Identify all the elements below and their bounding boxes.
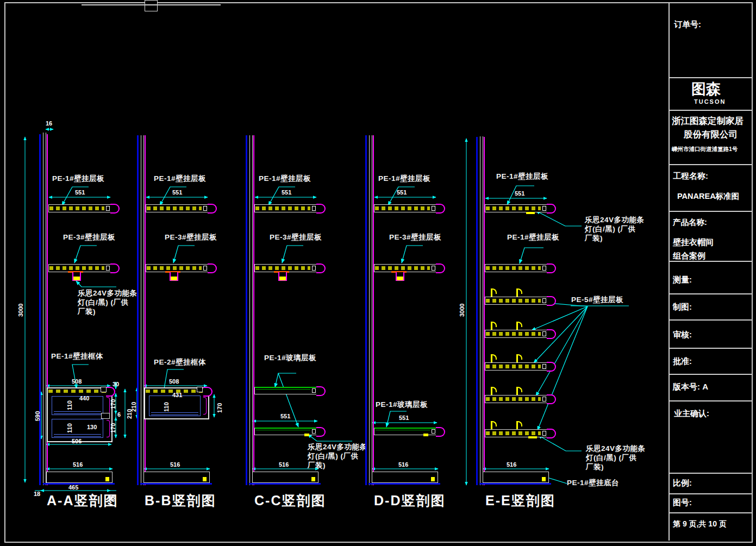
product-name-line1: 壁挂衣帽间 [673, 237, 714, 248]
cabinet-detail [101, 413, 110, 419]
section-c-title: C-C竖剖图 [254, 492, 326, 510]
cad-drawing-sheet: PE-1#壁挂层板 551 PE-3#壁挂层板 乐思24V多功能条 灯(白/黑)… [0, 0, 756, 546]
hook-shelf [485, 297, 548, 305]
dim-516: 516 [398, 461, 408, 468]
wall-panel [369, 135, 372, 485]
plinth-detail [311, 477, 315, 481]
label-pe3-shelf: PE-3#壁挂层板 [63, 233, 115, 242]
base-plinth [372, 476, 438, 483]
label-light-line3: 厂装) [586, 462, 604, 472]
label-pe1-glass: PE-1#玻璃层板 [264, 353, 316, 363]
title-block-divider [668, 374, 752, 375]
label-pe1-glass: PE-1#玻璃层板 [376, 400, 428, 410]
floor-line [368, 483, 440, 485]
base-plinth [143, 476, 210, 483]
dim-508: 508 [72, 378, 82, 385]
cabinet-detail [101, 387, 107, 392]
floor-line [43, 483, 115, 485]
label-pe2-frame: PE-2#壁挂框体 [154, 357, 206, 367]
product-name-line2: 组合案例 [673, 251, 705, 261]
plinth-detail [431, 477, 435, 481]
section-d-title: D-D竖剖图 [374, 492, 445, 510]
dim-18: 18 [34, 491, 40, 497]
dim-516: 516 [73, 461, 83, 468]
approve-label: 批准: [673, 356, 692, 367]
hook-icon [491, 322, 497, 330]
drawer [149, 396, 201, 416]
dim-551: 551 [75, 189, 85, 196]
label-light-line2: 灯(白/黑) (厂供 [585, 224, 636, 234]
dim-170: 170 [110, 423, 116, 433]
label-pe1-shelf: PE-1#壁挂层板 [496, 172, 548, 181]
base-plinth [46, 476, 113, 483]
dim-130: 130 [87, 424, 97, 430]
light-fixture [423, 434, 428, 436]
shelf [254, 204, 317, 212]
section-b-title: B-B竖剖图 [145, 492, 216, 510]
hook-icon [516, 421, 522, 429]
project-name-label: 工程名称: [673, 171, 708, 181]
base-plinth [252, 476, 318, 483]
dim-3000: 3000 [459, 304, 465, 317]
hook-icon [491, 288, 497, 297]
hook-icon [516, 354, 522, 362]
label-pe3-shelf: PE-3#壁挂层板 [270, 233, 322, 242]
title-block-divider [668, 493, 752, 494]
dim-516: 516 [507, 461, 516, 468]
section-a-title: A-A竖剖图 [47, 492, 118, 510]
company-logo-en: TUCSON [694, 98, 726, 105]
label-light-line1: 乐思24V多功能条 [78, 288, 138, 298]
shelf [48, 204, 111, 212]
label-pe1-frame: PE-1#壁挂框体 [51, 352, 103, 361]
label-light-line1: 乐思24V多功能条 [308, 442, 367, 452]
wall-stud-line [476, 137, 478, 485]
version-label: 版本号: A [673, 382, 708, 392]
dim-551: 551 [280, 413, 290, 419]
dim-16: 16 [46, 120, 52, 127]
hook-icon [491, 354, 497, 362]
light-fixture [304, 434, 309, 436]
dim-508: 508 [169, 378, 179, 385]
dim-551: 551 [172, 189, 182, 196]
label-pe3-shelf: PE-3#壁挂层板 [389, 233, 441, 242]
label-light-line2: 灯(白/黑) (厂供 [586, 453, 637, 463]
dim-170: 170 [216, 403, 223, 413]
label-pe1-base: PE-1#壁挂底台 [567, 478, 619, 488]
wall-stud-line [365, 135, 367, 485]
wall-stud-line [246, 135, 247, 485]
product-name-label: 产品名称: [673, 217, 707, 228]
company-name-line2: 股份有限公司 [684, 129, 738, 141]
shelf [374, 204, 437, 212]
plinth-detail [542, 477, 546, 481]
dim-431: 431 [172, 392, 182, 398]
label-light-line2: 灯(白/黑) (厂供 [78, 298, 129, 307]
company-logo: 图森 [691, 79, 721, 99]
label-pe1-shelf: PE-1#壁挂层板 [378, 174, 430, 184]
glass-shelf [254, 387, 317, 394]
page-indicator: 第 9 页,共 10 页 [673, 519, 727, 529]
floor-line [140, 483, 212, 485]
shelf [485, 264, 548, 272]
shelf [146, 204, 209, 212]
dim-110: 110 [66, 423, 73, 433]
label-light-line3: 厂装) [585, 234, 603, 243]
label-pe1-shelf: PE-1#壁挂层板 [154, 174, 206, 184]
draft-label: 制图: [673, 302, 692, 312]
owner-confirm-label: 业主确认: [674, 409, 709, 419]
title-block-divider [668, 293, 752, 294]
light-fixture [278, 272, 287, 281]
label-light-line2: 灯(白/黑) (厂供 [308, 451, 359, 461]
light-fixture [528, 436, 537, 438]
title-block-divider [668, 400, 752, 401]
dim-590: 590 [34, 411, 41, 421]
hook-icon [516, 288, 522, 297]
dim-551: 551 [282, 189, 291, 196]
dim-440: 440 [79, 395, 89, 401]
review-label: 审核: [673, 330, 692, 340]
survey-label: 测量: [673, 275, 692, 285]
dim-516: 516 [279, 461, 289, 468]
light-fixture [396, 272, 404, 281]
wall-stud-line [137, 135, 139, 485]
label-light-line3: 厂装) [308, 461, 326, 470]
drawing-number-label: 图号: [673, 498, 692, 508]
